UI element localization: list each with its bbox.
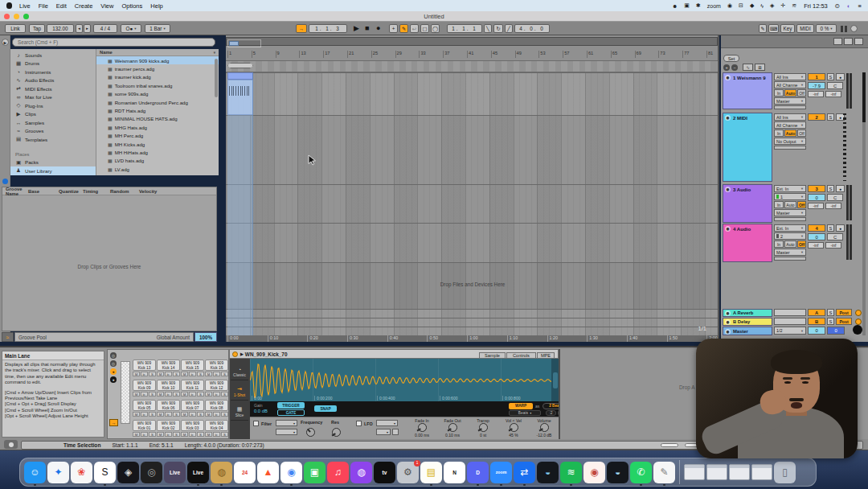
file-row[interactable]: ▦ traumer percs.adg [96,64,219,72]
key-map-button[interactable]: Key [780,24,795,33]
follow-button[interactable]: → [296,24,307,33]
fold-track-icon[interactable]: ◉ [725,319,731,325]
menu-item[interactable]: Help [150,2,162,10]
drum-pad-face[interactable]: WN 909Kick 08 [205,400,228,411]
track-3-name[interactable]: ◉ 3 Audio [723,184,772,223]
show-sends-icon[interactable]: ◎ [110,360,117,367]
browser-category-item[interactable]: ♪ Sounds [10,51,96,60]
dock-app-icon[interactable]: ♫ [327,462,349,483]
return-b-io[interactable] [774,318,806,325]
warp-button[interactable]: WARP [509,403,533,409]
track-lane-4[interactable] [226,223,719,262]
lfo-shape-menu[interactable]: ▾ [376,420,398,426]
return-b-name[interactable]: ◉ B Delay [723,318,772,326]
menubar-status-icon[interactable]: ◈ [770,2,774,9]
track-4-name[interactable]: ◉ 4 Audio [723,224,772,262]
pad-preview-button[interactable]: ▶ [213,372,220,376]
browser-fold-icon[interactable]: ▶ [2,39,9,46]
parameter-knob-group[interactable]: Transp 0 st [468,418,498,438]
drum-pad-face[interactable]: WN 909Kick 01 [133,420,156,431]
drum-pad[interactable]: WN 909Kick 09 M ▶ S [133,380,156,399]
pad-solo-button[interactable]: S [197,392,204,397]
pad-solo-button[interactable]: S [149,372,156,376]
zoom-in-button[interactable]: + [723,64,730,71]
menu-item[interactable]: File [39,2,48,10]
pad-preview-button[interactable]: ▶ [213,432,220,437]
master-track-name[interactable]: ◉ Master [723,327,772,335]
return-lane-a[interactable] [226,309,719,318]
menu-item[interactable]: View [100,2,113,10]
fold-track-icon[interactable]: ◉ [725,187,731,192]
browser-category-item[interactable]: ▶ Clips [10,110,96,119]
track-4-monitor-in[interactable]: In [774,240,784,248]
status-badge-icon[interactable] [4,440,18,449]
dock-app-icon[interactable]: ✆ [630,462,652,483]
fold-device-icon[interactable]: ▶ [240,351,244,356]
dock-app-icon[interactable]: ◈ [117,462,139,483]
master-pan[interactable]: 0 [827,327,845,335]
drum-pad[interactable]: WN 909Kick 12 M ▶ S [205,380,228,399]
pad-mute-button[interactable]: M [133,372,140,376]
zoom-out-button[interactable]: − [731,64,738,71]
link-button[interactable]: Link [5,24,26,33]
pad-solo-button[interactable]: S [221,412,228,417]
lfo-checkbox[interactable] [356,421,362,426]
overdub-button[interactable]: + [389,24,398,33]
gain-value[interactable]: 0.0 dB [254,409,268,413]
track-4-send-b[interactable]: -inf [825,242,841,249]
track-3-volume[interactable]: 0 [808,194,825,201]
dock-app-icon[interactable]: ◍ [350,462,372,483]
lfo-rate-menu[interactable]: ▾ [376,429,391,435]
return-a-solo[interactable]: S [827,309,834,316]
show-io-icon[interactable]: ◎ [110,352,117,359]
track-4-input-channel[interactable]: 2▼ [774,232,806,240]
pad-preview-button[interactable]: ▶ [189,372,196,376]
file-row[interactable]: ▦ Weismann 909 kicks.adg [96,56,219,64]
track-4-activator[interactable]: 4 [808,224,825,232]
control-center-icon[interactable]: ≡ [858,2,862,10]
track-1-arm-button[interactable]: ● [836,73,845,80]
waveform-scrollbar[interactable] [553,372,558,388]
lfo-sync-box[interactable] [392,429,399,435]
metronome-button[interactable]: O●▾ [121,24,141,33]
dock-app-icon[interactable]: ▲ [257,462,279,483]
browser-category-item[interactable]: ▦ Drums [10,60,96,68]
fold-track-icon[interactable]: ◉ [725,329,731,335]
snap-button[interactable]: SNAP [314,405,337,412]
dock-app-icon[interactable]: ⚙ 1 [397,462,419,483]
midi-map-button[interactable]: MIDI [796,24,814,33]
track-3-input-channel[interactable]: 1▼ [774,193,806,200]
track-1-input-channel[interactable]: All Channe▼ [774,81,806,88]
browser-category-item[interactable]: ◔ Instruments [10,68,96,76]
pad-preview-button[interactable]: ▶ [165,432,172,437]
knob-value[interactable]: 45 % [509,433,518,438]
drum-pad[interactable]: WN 909Kick 03 M ▶ S [181,420,204,439]
time-selection-highlight[interactable] [227,72,253,335]
drop-zone-lane[interactable]: Drop Files and Devices Here [226,262,719,309]
dock-app-icon[interactable]: ▤ [420,462,442,483]
parameter-knob-group[interactable]: Fade Out 0.10 ms [437,418,468,438]
drum-pad[interactable]: WN 909Kick 10 M ▶ S [157,380,180,399]
drum-pad[interactable]: WN 909Kick 01 M ▶ S [133,420,156,439]
pad-solo-button[interactable]: S [173,372,180,376]
track-1-input-type[interactable]: All Ins▼ [774,73,806,80]
drum-pad[interactable]: WN 909Kick 13 M ▶ S [133,360,156,379]
pad-mute-button[interactable]: M [157,432,164,437]
io-section-toggle[interactable] [833,38,842,45]
browser-place-item[interactable]: ♟ User Library [10,166,96,175]
mode-classic[interactable]: ◔Classic [231,364,248,380]
knob-value[interactable]: 0 st [480,433,486,438]
dock-app-icon[interactable]: ✦ [47,462,69,483]
drum-pad-face[interactable]: WN 909Kick 07 [181,400,204,411]
time-ruler[interactable]: 0:000:100:200:300:400:501:001:101:201:30… [226,335,719,342]
filter-checkbox[interactable] [253,421,259,426]
file-row[interactable]: ▦ Romanian Underground Perc.adg [96,98,219,106]
pad-mute-button[interactable]: M [133,412,140,417]
trigger-button[interactable]: TRIGGER [277,402,305,409]
dock-app-icon[interactable]: 24 [234,462,256,483]
drum-pad[interactable]: WN 909Kick 14 M ▶ S [157,360,180,379]
drum-pad-face[interactable]: WN 909Kick 11 [181,380,204,391]
file-row[interactable]: ▦ LVD hats.adg [96,157,219,165]
parameter-knob-group[interactable]: Vol < Vel 45 % [498,418,529,438]
track-4-solo-button[interactable]: S [827,224,834,232]
